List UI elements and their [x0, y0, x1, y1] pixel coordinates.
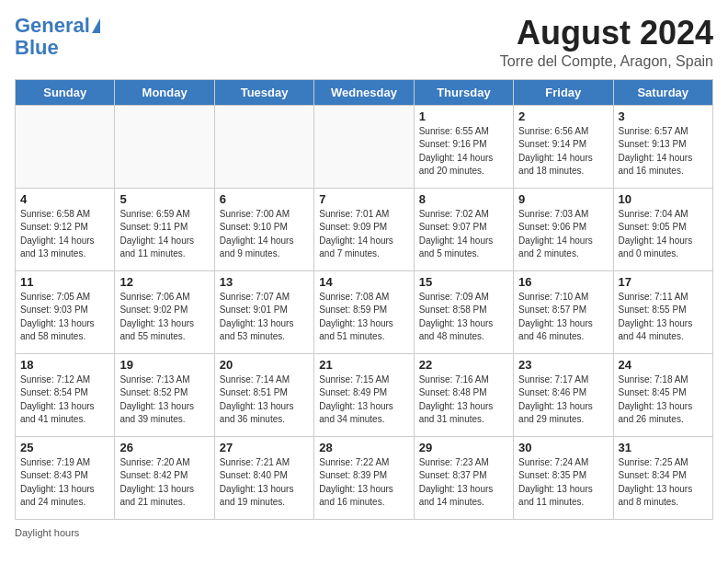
calendar-cell: 28Sunrise: 7:22 AMSunset: 8:39 PMDayligh…	[314, 436, 414, 519]
calendar-cell	[314, 105, 414, 188]
calendar-cell: 4Sunrise: 6:58 AMSunset: 9:12 PMDaylight…	[16, 188, 115, 270]
day-info: Sunrise: 7:08 AMSunset: 8:59 PMDaylight:…	[319, 291, 408, 344]
day-number: 14	[319, 275, 408, 289]
day-of-week-header: Monday	[115, 79, 214, 105]
calendar-cell: 13Sunrise: 7:07 AMSunset: 9:01 PMDayligh…	[214, 270, 313, 353]
calendar-cell: 14Sunrise: 7:08 AMSunset: 8:59 PMDayligh…	[314, 270, 414, 353]
day-info: Sunrise: 7:14 AMSunset: 8:51 PMDaylight:…	[220, 373, 309, 427]
day-info: Sunrise: 7:03 AMSunset: 9:06 PMDaylight:…	[518, 208, 608, 261]
day-info: Sunrise: 7:10 AMSunset: 8:57 PMDaylight:…	[518, 291, 608, 344]
day-info: Sunrise: 7:11 AMSunset: 8:55 PMDaylight:…	[619, 291, 708, 344]
calendar-cell: 25Sunrise: 7:19 AMSunset: 8:43 PMDayligh…	[16, 436, 115, 519]
calendar-cell: 8Sunrise: 7:02 AMSunset: 9:07 PMDaylight…	[414, 188, 513, 270]
day-info: Sunrise: 6:59 AMSunset: 9:11 PMDaylight:…	[119, 208, 209, 261]
day-info: Sunrise: 6:57 AMSunset: 9:13 PMDaylight:…	[619, 125, 708, 178]
day-info: Sunrise: 7:21 AMSunset: 8:40 PMDaylight:…	[220, 456, 309, 510]
logo-blue-text: Blue	[15, 37, 59, 59]
day-info: Sunrise: 7:17 AMSunset: 8:46 PMDaylight:…	[518, 373, 608, 427]
day-number: 25	[20, 441, 109, 454]
day-of-week-header: Saturday	[613, 79, 712, 105]
calendar-table: SundayMondayTuesdayWednesdayThursdayFrid…	[15, 79, 713, 520]
logo: General Blue	[15, 15, 100, 59]
calendar-cell: 10Sunrise: 7:04 AMSunset: 9:05 PMDayligh…	[613, 188, 712, 270]
day-info: Sunrise: 7:19 AMSunset: 8:43 PMDaylight:…	[20, 456, 109, 510]
calendar-cell	[115, 105, 214, 188]
calendar-cell: 22Sunrise: 7:16 AMSunset: 8:48 PMDayligh…	[414, 353, 513, 436]
day-number: 27	[220, 441, 309, 454]
day-number: 18	[20, 358, 109, 372]
subtitle: Torre del Compte, Aragon, Spain	[500, 53, 713, 70]
day-info: Sunrise: 7:23 AMSunset: 8:37 PMDaylight:…	[419, 456, 508, 510]
calendar-cell	[214, 105, 313, 188]
day-info: Sunrise: 7:15 AMSunset: 8:49 PMDaylight:…	[319, 373, 408, 427]
day-info: Sunrise: 7:07 AMSunset: 9:01 PMDaylight:…	[220, 291, 309, 344]
calendar-cell: 7Sunrise: 7:01 AMSunset: 9:09 PMDaylight…	[314, 188, 414, 270]
calendar-cell: 20Sunrise: 7:14 AMSunset: 8:51 PMDayligh…	[214, 353, 313, 436]
calendar-cell: 19Sunrise: 7:13 AMSunset: 8:52 PMDayligh…	[115, 353, 214, 436]
header: General Blue August 2024 Torre del Compt…	[15, 15, 713, 70]
day-number: 2	[518, 109, 608, 123]
day-number: 29	[419, 441, 508, 454]
day-number: 20	[220, 358, 309, 372]
logo-text: General	[15, 15, 90, 37]
calendar-cell: 24Sunrise: 7:18 AMSunset: 8:45 PMDayligh…	[613, 353, 712, 436]
day-info: Sunrise: 7:13 AMSunset: 8:52 PMDaylight:…	[119, 373, 209, 427]
day-number: 15	[419, 275, 508, 289]
day-number: 24	[619, 358, 708, 372]
day-number: 26	[119, 441, 209, 454]
day-number: 16	[518, 275, 608, 289]
day-number: 31	[619, 441, 708, 454]
calendar-cell: 5Sunrise: 6:59 AMSunset: 9:11 PMDaylight…	[115, 188, 214, 270]
footer-note: Daylight hours	[15, 527, 713, 538]
day-info: Sunrise: 7:09 AMSunset: 8:58 PMDaylight:…	[419, 291, 508, 344]
day-number: 8	[419, 192, 508, 206]
calendar-cell: 1Sunrise: 6:55 AMSunset: 9:16 PMDaylight…	[414, 105, 513, 188]
day-of-week-header: Wednesday	[314, 79, 414, 105]
day-of-week-header: Thursday	[414, 79, 513, 105]
day-number: 6	[220, 192, 309, 206]
day-of-week-header: Sunday	[16, 79, 115, 105]
day-info: Sunrise: 7:05 AMSunset: 9:03 PMDaylight:…	[20, 291, 109, 344]
day-info: Sunrise: 7:00 AMSunset: 9:10 PMDaylight:…	[220, 208, 309, 261]
calendar-cell: 30Sunrise: 7:24 AMSunset: 8:35 PMDayligh…	[514, 436, 613, 519]
calendar-cell: 29Sunrise: 7:23 AMSunset: 8:37 PMDayligh…	[414, 436, 513, 519]
daylight-hours-label: Daylight hours	[15, 527, 79, 538]
day-number: 23	[518, 358, 608, 372]
day-number: 4	[20, 192, 109, 206]
day-info: Sunrise: 7:01 AMSunset: 9:09 PMDaylight:…	[319, 208, 408, 261]
calendar-cell: 3Sunrise: 6:57 AMSunset: 9:13 PMDaylight…	[613, 105, 712, 188]
day-number: 7	[319, 192, 408, 206]
day-info: Sunrise: 7:20 AMSunset: 8:42 PMDaylight:…	[119, 456, 209, 510]
calendar-cell	[16, 105, 115, 188]
day-number: 9	[518, 192, 608, 206]
calendar-cell: 31Sunrise: 7:25 AMSunset: 8:34 PMDayligh…	[613, 436, 712, 519]
day-info: Sunrise: 6:56 AMSunset: 9:14 PMDaylight:…	[518, 125, 608, 178]
day-info: Sunrise: 7:25 AMSunset: 8:34 PMDaylight:…	[619, 456, 708, 510]
calendar-cell: 2Sunrise: 6:56 AMSunset: 9:14 PMDaylight…	[514, 105, 613, 188]
day-number: 22	[419, 358, 508, 372]
calendar-cell: 21Sunrise: 7:15 AMSunset: 8:49 PMDayligh…	[314, 353, 414, 436]
day-number: 5	[119, 192, 209, 206]
day-number: 12	[119, 275, 209, 289]
calendar-cell: 15Sunrise: 7:09 AMSunset: 8:58 PMDayligh…	[414, 270, 513, 353]
calendar-cell: 6Sunrise: 7:00 AMSunset: 9:10 PMDaylight…	[214, 188, 313, 270]
day-info: Sunrise: 6:55 AMSunset: 9:16 PMDaylight:…	[419, 125, 508, 178]
calendar-cell: 12Sunrise: 7:06 AMSunset: 9:02 PMDayligh…	[115, 270, 214, 353]
day-number: 13	[220, 275, 309, 289]
day-info: Sunrise: 7:06 AMSunset: 9:02 PMDaylight:…	[119, 291, 209, 344]
calendar-cell: 18Sunrise: 7:12 AMSunset: 8:54 PMDayligh…	[16, 353, 115, 436]
calendar-cell: 17Sunrise: 7:11 AMSunset: 8:55 PMDayligh…	[613, 270, 712, 353]
calendar-cell: 23Sunrise: 7:17 AMSunset: 8:46 PMDayligh…	[514, 353, 613, 436]
logo-triangle-icon	[92, 18, 100, 33]
day-info: Sunrise: 7:16 AMSunset: 8:48 PMDaylight:…	[419, 373, 508, 427]
calendar-cell: 26Sunrise: 7:20 AMSunset: 8:42 PMDayligh…	[115, 436, 214, 519]
day-number: 28	[319, 441, 408, 454]
day-number: 11	[20, 275, 109, 289]
main-title: August 2024	[500, 15, 713, 52]
calendar-cell: 16Sunrise: 7:10 AMSunset: 8:57 PMDayligh…	[514, 270, 613, 353]
calendar-cell: 11Sunrise: 7:05 AMSunset: 9:03 PMDayligh…	[16, 270, 115, 353]
day-info: Sunrise: 7:04 AMSunset: 9:05 PMDaylight:…	[619, 208, 708, 261]
day-of-week-header: Tuesday	[214, 79, 313, 105]
day-number: 1	[419, 109, 508, 123]
day-number: 17	[619, 275, 708, 289]
